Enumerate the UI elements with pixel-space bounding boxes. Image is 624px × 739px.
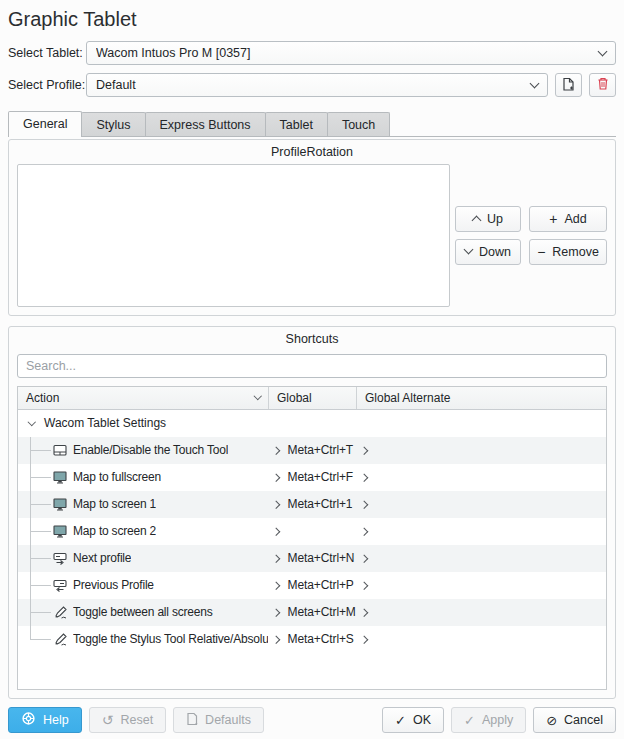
global-shortcut[interactable]: Meta+Ctrl+T [288, 443, 354, 457]
monitor-icon [52, 524, 68, 539]
touchpad-icon [52, 443, 68, 458]
chevron-right-icon[interactable] [272, 473, 280, 481]
add-button-label: Add [564, 212, 586, 226]
monitor-icon [52, 470, 68, 485]
column-header-global-alternate-label: Global Alternate [365, 391, 450, 405]
search-input[interactable] [17, 354, 607, 378]
tree-branch [22, 572, 52, 599]
delete-profile-button[interactable] [589, 73, 616, 97]
chevron-right-icon[interactable] [360, 554, 368, 562]
table-row[interactable]: Map to fullscreen Meta+Ctrl+F [18, 464, 606, 491]
column-header-action[interactable]: Action [18, 387, 268, 409]
global-shortcut[interactable]: Meta+Ctrl+N [288, 551, 355, 565]
column-header-global[interactable]: Global [268, 387, 356, 409]
global-shortcut[interactable]: Meta+Ctrl+P [288, 578, 354, 592]
ok-button[interactable]: ✓ OK [382, 707, 444, 733]
table-row[interactable]: Previous Profile Meta+Ctrl+P [18, 572, 606, 599]
column-header-global-label: Global [277, 391, 312, 405]
chevron-right-icon[interactable] [272, 527, 280, 535]
chevron-right-icon[interactable] [272, 581, 280, 589]
down-button[interactable]: Down [455, 239, 521, 265]
shortcuts-title: Shortcuts [17, 330, 607, 349]
chevron-right-icon[interactable] [360, 635, 368, 643]
reset-button: ↺ Reset [89, 707, 166, 733]
tree-branch [22, 545, 52, 572]
down-button-label: Down [479, 245, 511, 259]
select-tablet-label: Select Tablet: [8, 46, 86, 60]
up-button[interactable]: Up [455, 206, 521, 232]
chevron-right-icon[interactable] [360, 581, 368, 589]
profile-rotation-list[interactable] [17, 164, 450, 307]
tablet-combobox[interactable]: Wacom Intuos Pro M [0357] [86, 41, 616, 65]
action-label: Enable/Disable the Touch Tool [73, 443, 228, 457]
defaults-document-icon [186, 712, 198, 729]
global-shortcut[interactable]: Meta+Ctrl+S [288, 632, 354, 646]
select-profile-label: Select Profile: [8, 78, 86, 92]
chevron-right-icon[interactable] [272, 608, 280, 616]
table-row-wacom-group[interactable]: Wacom Tablet Settings [18, 410, 606, 437]
chevron-right-icon[interactable] [272, 500, 280, 508]
cancel-circle-icon: ⊘ [546, 714, 557, 727]
cancel-button[interactable]: ⊘ Cancel [533, 707, 616, 733]
chevron-down-icon [464, 245, 474, 255]
profile-combobox[interactable]: Default [86, 73, 548, 97]
action-label: Toggle the Stylus Tool Relative/Absolute [73, 632, 268, 646]
chevron-right-icon[interactable] [360, 527, 368, 535]
trash-icon [597, 77, 609, 93]
column-header-global-alternate[interactable]: Global Alternate [356, 387, 606, 409]
tree-branch [22, 491, 52, 518]
tab-touch[interactable]: Touch [327, 112, 390, 136]
remove-button-label: Remove [552, 245, 599, 259]
tab-tablet[interactable]: Tablet [265, 112, 328, 136]
chevron-right-icon[interactable] [360, 446, 368, 454]
action-label: Next profile [73, 551, 131, 565]
profile-next-icon [52, 551, 68, 566]
plus-icon: + [549, 212, 557, 226]
apply-button-label: Apply [482, 713, 513, 727]
graphic-tablet-settings-window: Graphic Tablet Select Tablet: Wacom Intu… [0, 0, 624, 739]
document-new-icon [562, 77, 575, 94]
tab-stylus[interactable]: Stylus [81, 112, 145, 136]
tree-branch [22, 518, 52, 545]
table-row[interactable]: Toggle between all screens Meta+Ctrl+M [18, 599, 606, 626]
shortcuts-table: Action Global Global Alternate Wacom Tab… [17, 386, 607, 690]
chevron-right-icon[interactable] [360, 608, 368, 616]
shortcuts-group: Shortcuts Action Global Global Alternate… [8, 326, 616, 699]
table-row[interactable]: Next profile Meta+Ctrl+N [18, 545, 606, 572]
global-shortcut[interactable]: Meta+Ctrl+F [288, 470, 354, 484]
collapse-expander-icon[interactable] [22, 421, 42, 427]
table-row[interactable]: Toggle the Stylus Tool Relative/Absolute… [18, 626, 606, 653]
help-button[interactable]: Help [8, 707, 82, 733]
profile-combobox-value: Default [96, 78, 531, 92]
action-label: Map to screen 2 [73, 524, 156, 538]
chevron-right-icon[interactable] [272, 554, 280, 562]
tab-general[interactable]: General [8, 111, 82, 137]
tab-bar: General Stylus Express Buttons Tablet To… [8, 111, 616, 137]
chevron-right-icon[interactable] [272, 635, 280, 643]
action-label: Map to fullscreen [73, 470, 161, 484]
profile-rotation-buttons: Up + Add Down − Remove [455, 206, 607, 265]
new-profile-button[interactable] [555, 73, 582, 97]
chevron-down-icon [598, 46, 608, 56]
add-button[interactable]: + Add [529, 206, 607, 232]
tab-express-buttons[interactable]: Express Buttons [145, 112, 266, 136]
chevron-right-icon[interactable] [360, 473, 368, 481]
profile-rotation-title: ProfileRotation [17, 143, 607, 162]
chevron-right-icon[interactable] [272, 446, 280, 454]
sort-descending-icon [253, 392, 261, 400]
global-shortcut[interactable]: Meta+Ctrl+M [288, 605, 356, 619]
table-row[interactable]: Map to screen 1 Meta+Ctrl+1 [18, 491, 606, 518]
profile-previous-icon [52, 578, 68, 593]
global-shortcut[interactable]: Meta+Ctrl+1 [288, 497, 353, 511]
help-button-label: Help [43, 713, 69, 727]
action-label: Previous Profile [73, 578, 154, 592]
chevron-up-icon [472, 216, 482, 226]
chevron-right-icon[interactable] [360, 500, 368, 508]
table-row[interactable]: Map to screen 2 [18, 518, 606, 545]
tree-branch [22, 626, 52, 653]
remove-button[interactable]: − Remove [529, 239, 607, 265]
table-row[interactable]: Enable/Disable the Touch Tool Meta+Ctrl+… [18, 437, 606, 464]
select-tablet-row: Select Tablet: Wacom Intuos Pro M [0357] [8, 41, 616, 65]
action-label: Map to screen 1 [73, 497, 156, 511]
reset-button-label: Reset [120, 713, 153, 727]
